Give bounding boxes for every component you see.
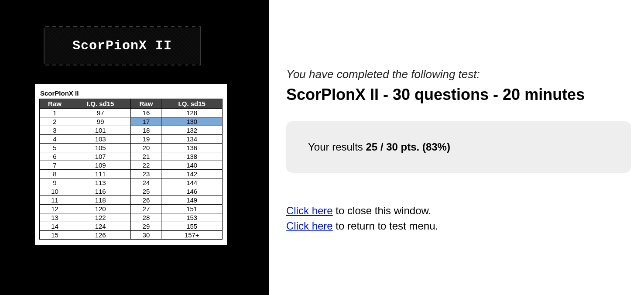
table-row: 1011625146 bbox=[40, 187, 223, 196]
table-row: 1111826149 bbox=[40, 196, 223, 205]
result-label: Your results bbox=[308, 141, 366, 153]
cell-r1: 8 bbox=[40, 170, 70, 178]
table-row: 1212027151 bbox=[40, 205, 223, 213]
cell-r2: 26 bbox=[131, 196, 161, 205]
table-row: 811123142 bbox=[40, 170, 223, 178]
result-links: Click here to close this window. Click h… bbox=[286, 203, 631, 234]
cell-r1: 6 bbox=[40, 152, 70, 161]
cell-iq1: 107 bbox=[70, 152, 131, 161]
cell-iq2: 142 bbox=[161, 170, 223, 178]
col-raw-2: Raw bbox=[131, 99, 161, 109]
cell-r1: 13 bbox=[40, 213, 70, 222]
close-window-link[interactable]: Click here bbox=[286, 205, 333, 216]
cell-iq1: 109 bbox=[70, 161, 131, 170]
cell-r1: 1 bbox=[40, 109, 70, 117]
table-row: 710922140 bbox=[40, 161, 223, 170]
col-raw-1: Raw bbox=[40, 99, 70, 109]
col-iq-1: I.Q. sd15 bbox=[70, 99, 131, 109]
score-card: ScorPIonX II Raw I.Q. sd15 Raw I.Q. sd15… bbox=[35, 84, 227, 245]
cell-iq2: 132 bbox=[161, 126, 223, 135]
cell-r2: 18 bbox=[131, 126, 161, 135]
cell-r2: 25 bbox=[131, 187, 161, 196]
score-table-header-row: Raw I.Q. sd15 Raw I.Q. sd15 bbox=[40, 99, 223, 109]
cell-iq1: 116 bbox=[70, 187, 131, 196]
score-card-title: ScorPIonX II bbox=[39, 89, 223, 99]
cell-r1: 12 bbox=[40, 205, 70, 213]
cell-iq1: 113 bbox=[70, 178, 131, 187]
sidebar: ScorPionX II ScorPIonX II Raw I.Q. sd15 … bbox=[0, 0, 269, 295]
cell-iq2: 140 bbox=[161, 161, 223, 170]
cell-iq2: 136 bbox=[161, 144, 223, 152]
cell-r2: 27 bbox=[131, 205, 161, 213]
cell-iq1: 126 bbox=[70, 231, 131, 240]
cell-iq2: 138 bbox=[161, 152, 223, 161]
cell-r1: 4 bbox=[40, 135, 70, 144]
cell-r2: 28 bbox=[131, 213, 161, 222]
cell-iq2: 149 bbox=[161, 196, 223, 205]
cell-iq1: 120 bbox=[70, 205, 131, 213]
cell-r2: 30 bbox=[131, 231, 161, 240]
cell-iq2: 130 bbox=[161, 117, 223, 126]
table-row: 19716128 bbox=[40, 109, 223, 117]
cell-r1: 2 bbox=[40, 117, 70, 126]
table-row: 510520136 bbox=[40, 144, 223, 152]
score-table: Raw I.Q. sd15 Raw I.Q. sd15 197161282991… bbox=[39, 99, 223, 240]
table-row: 410319134 bbox=[40, 135, 223, 144]
close-line: Click here to close this window. bbox=[286, 203, 631, 219]
cell-iq2: 155 bbox=[161, 222, 223, 231]
table-row: 1512630157+ bbox=[40, 231, 223, 240]
cell-r2: 24 bbox=[131, 178, 161, 187]
cell-r2: 23 bbox=[131, 170, 161, 178]
table-row: 1312228153 bbox=[40, 213, 223, 222]
cell-iq2: 128 bbox=[161, 109, 223, 117]
cell-iq1: 111 bbox=[70, 170, 131, 178]
cell-iq2: 144 bbox=[161, 178, 223, 187]
cell-r1: 15 bbox=[40, 231, 70, 240]
menu-tail: to return to test menu. bbox=[333, 220, 438, 232]
return-menu-link[interactable]: Click here bbox=[286, 220, 333, 232]
cell-iq2: 146 bbox=[161, 187, 223, 196]
cell-r2: 17 bbox=[131, 117, 161, 126]
cell-iq1: 118 bbox=[70, 196, 131, 205]
cell-r2: 21 bbox=[131, 152, 161, 161]
cell-r2: 16 bbox=[131, 109, 161, 117]
results-panel: You have completed the following test: S… bbox=[269, 0, 644, 295]
cell-r1: 10 bbox=[40, 187, 70, 196]
result-box: Your results 25 / 30 pts. (83%) bbox=[286, 121, 631, 173]
table-row: 610721138 bbox=[40, 152, 223, 161]
cell-r2: 19 bbox=[131, 135, 161, 144]
cell-iq1: 124 bbox=[70, 222, 131, 231]
table-row: 29917130 bbox=[40, 117, 223, 126]
cell-r1: 5 bbox=[40, 144, 70, 152]
col-iq-2: I.Q. sd15 bbox=[161, 99, 223, 109]
cell-iq2: 134 bbox=[161, 135, 223, 144]
result-value: 25 / 30 pts. (83%) bbox=[366, 141, 450, 153]
cell-iq2: 157+ bbox=[161, 231, 223, 240]
cell-iq1: 99 bbox=[70, 117, 131, 126]
cell-iq1: 103 bbox=[70, 135, 131, 144]
cell-r2: 29 bbox=[131, 222, 161, 231]
cell-iq1: 97 bbox=[70, 109, 131, 117]
cell-iq1: 105 bbox=[70, 144, 131, 152]
table-row: 310118132 bbox=[40, 126, 223, 135]
cell-r1: 14 bbox=[40, 222, 70, 231]
menu-line: Click here to return to test menu. bbox=[286, 219, 631, 234]
test-banner: ScorPionX II bbox=[44, 26, 201, 65]
cell-r1: 7 bbox=[40, 161, 70, 170]
cell-iq1: 101 bbox=[70, 126, 131, 135]
cell-r1: 9 bbox=[40, 178, 70, 187]
table-row: 1412429155 bbox=[40, 222, 223, 231]
cell-r1: 11 bbox=[40, 196, 70, 205]
completed-text: You have completed the following test: bbox=[286, 68, 631, 81]
cell-iq1: 122 bbox=[70, 213, 131, 222]
cell-r1: 3 bbox=[40, 126, 70, 135]
cell-r2: 22 bbox=[131, 161, 161, 170]
cell-iq2: 153 bbox=[161, 213, 223, 222]
cell-iq2: 151 bbox=[161, 205, 223, 213]
test-banner-title: ScorPionX II bbox=[72, 38, 172, 53]
cell-r2: 20 bbox=[131, 144, 161, 152]
table-row: 911324144 bbox=[40, 178, 223, 187]
test-name-heading: ScorPIonX II - 30 questions - 20 minutes bbox=[286, 86, 631, 104]
close-tail: to close this window. bbox=[333, 205, 431, 216]
